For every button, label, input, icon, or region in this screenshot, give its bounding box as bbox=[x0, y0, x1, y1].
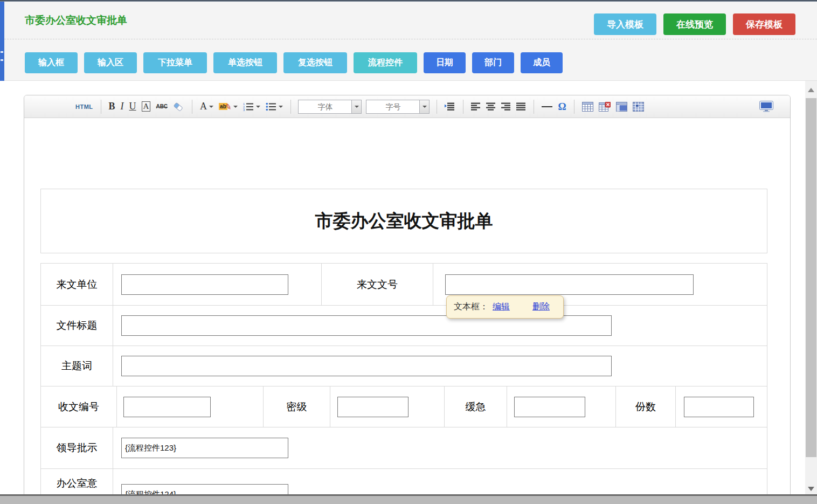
fullscreen-button[interactable] bbox=[759, 101, 773, 112]
align-center-icon bbox=[486, 102, 496, 111]
scroll-up-button[interactable] bbox=[805, 84, 817, 96]
window-bottom-edge bbox=[0, 494, 817, 504]
cell-properties-button[interactable] bbox=[633, 102, 644, 112]
control-button-input-area[interactable]: 输入区 bbox=[84, 52, 137, 73]
italic-button[interactable]: I bbox=[121, 101, 124, 112]
ordered-list-button[interactable]: 123 bbox=[243, 102, 260, 111]
rich-text-editor: HTML B I U A ABC A ab✎ 123 字体 bbox=[24, 95, 791, 504]
underline-button[interactable]: U bbox=[129, 101, 136, 112]
align-left-button[interactable] bbox=[471, 102, 481, 111]
highlight-button[interactable]: ab✎ bbox=[219, 102, 238, 111]
toolbar-separator bbox=[192, 100, 192, 114]
delete-link[interactable]: 删除 bbox=[532, 301, 550, 313]
editor-canvas[interactable]: 市委办公室收文审批单 来文单位 来文文号 文件标题 主题词 bbox=[24, 119, 790, 503]
tooltip-label: 文本框： bbox=[454, 301, 488, 313]
table-row: 领导批示 bbox=[41, 427, 767, 469]
form-label-security-level: 密级 bbox=[264, 386, 330, 427]
table-row: 来文单位 来文文号 bbox=[41, 264, 767, 306]
input-leader-comments[interactable] bbox=[121, 438, 288, 458]
edit-link[interactable]: 编辑 bbox=[493, 301, 510, 313]
page-title: 市委办公室收文审批单 bbox=[25, 2, 127, 39]
import-template-button[interactable]: 导入模板 bbox=[594, 13, 656, 35]
header-panel: 市委办公室收文审批单 导入模板 在线预览 保存模板 输入框 输入区 下拉菜单 单… bbox=[4, 2, 817, 81]
control-button-department[interactable]: 部门 bbox=[472, 52, 514, 73]
indent-icon bbox=[445, 102, 455, 111]
align-left-icon bbox=[471, 102, 481, 111]
chevron-down-icon bbox=[423, 106, 427, 110]
input-receipt-number[interactable] bbox=[123, 397, 211, 417]
horizontal-rule-button[interactable] bbox=[542, 106, 552, 107]
control-button-input-box[interactable]: 输入框 bbox=[25, 52, 78, 73]
eraser-button[interactable] bbox=[173, 101, 184, 112]
insert-table-button[interactable] bbox=[582, 102, 593, 112]
font-family-select[interactable]: 字体 bbox=[298, 100, 362, 114]
table-cell bbox=[113, 427, 767, 468]
scroll-down-button[interactable] bbox=[805, 485, 817, 493]
table-properties-button[interactable] bbox=[616, 102, 627, 112]
chevron-down-icon bbox=[256, 106, 260, 110]
input-copies[interactable] bbox=[684, 397, 754, 417]
scroll-down-icon bbox=[808, 487, 814, 494]
chevron-down-icon bbox=[233, 106, 238, 110]
control-button-checkbox[interactable]: 复选按钮 bbox=[283, 52, 347, 73]
page: 市委办公室收文审批单 导入模板 在线预览 保存模板 输入框 输入区 下拉菜单 单… bbox=[0, 0, 817, 504]
background-window-detail bbox=[1, 51, 3, 53]
toolbar-separator bbox=[534, 100, 534, 114]
pencil-icon: ✎ bbox=[224, 102, 232, 112]
strikethrough-button[interactable]: ABC bbox=[156, 103, 168, 109]
online-preview-button[interactable]: 在线预览 bbox=[663, 13, 726, 35]
html-source-button[interactable]: HTML bbox=[75, 103, 93, 110]
align-right-button[interactable] bbox=[501, 102, 511, 111]
ordered-list-icon: 123 bbox=[243, 102, 254, 111]
form-label-source-unit: 来文单位 bbox=[41, 264, 113, 305]
cell-properties-icon bbox=[633, 102, 644, 112]
bold-button[interactable]: B bbox=[109, 101, 115, 112]
table-cell bbox=[113, 306, 767, 346]
align-center-button[interactable] bbox=[486, 102, 496, 111]
form-label-keywords: 主题词 bbox=[41, 346, 113, 386]
table-cell bbox=[113, 264, 322, 305]
control-button-member[interactable]: 成员 bbox=[521, 52, 563, 73]
justify-button[interactable] bbox=[516, 102, 526, 111]
delete-table-button[interactable] bbox=[599, 102, 611, 112]
input-urgency[interactable] bbox=[514, 397, 585, 417]
font-size-select[interactable]: 字号 bbox=[366, 100, 430, 114]
indent-button[interactable] bbox=[445, 102, 455, 111]
font-color-button[interactable]: A bbox=[200, 101, 213, 112]
scrollbar-thumb[interactable] bbox=[806, 98, 816, 457]
table-row: 主题词 bbox=[41, 346, 767, 386]
chevron-down-icon bbox=[209, 106, 213, 110]
font-size-dropdown-button[interactable] bbox=[419, 100, 429, 113]
input-keywords[interactable] bbox=[121, 356, 612, 376]
boxed-text-button[interactable]: A bbox=[142, 101, 151, 112]
form-table: 来文单位 来文文号 文件标题 主题词 收文编号 bbox=[40, 263, 767, 504]
table-row: 文件标题 bbox=[41, 306, 767, 346]
input-doc-number[interactable] bbox=[445, 274, 694, 295]
input-source-unit[interactable] bbox=[121, 274, 288, 295]
document-title: 市委办公室收文审批单 bbox=[315, 209, 493, 233]
justify-icon bbox=[516, 102, 526, 111]
control-button-date[interactable]: 日期 bbox=[424, 52, 466, 73]
align-right-icon bbox=[501, 102, 511, 111]
control-button-dropdown[interactable]: 下拉菜单 bbox=[143, 52, 207, 73]
form-label-doc-number: 来文文号 bbox=[322, 264, 433, 305]
form-label-leader-comments: 领导批示 bbox=[41, 427, 113, 468]
horizontal-rule-icon bbox=[542, 106, 552, 107]
toolbar-separator bbox=[101, 100, 101, 114]
input-security-level[interactable] bbox=[337, 397, 408, 417]
unordered-list-button[interactable] bbox=[266, 102, 283, 111]
control-button-flow-control[interactable]: 流程控件 bbox=[354, 52, 417, 73]
svg-text:3: 3 bbox=[243, 108, 245, 111]
special-char-button[interactable]: Ω bbox=[558, 101, 566, 113]
field-control-buttons: 输入框 输入区 下拉菜单 单选按钮 复选按钮 流程控件 日期 部门 成员 bbox=[25, 52, 563, 73]
unordered-list-icon bbox=[266, 102, 276, 111]
table-cell bbox=[330, 386, 445, 427]
form-label-urgency: 缓急 bbox=[445, 386, 507, 427]
table-cell bbox=[507, 386, 616, 427]
template-actions: 导入模板 在线预览 保存模板 bbox=[594, 13, 795, 35]
font-family-dropdown-button[interactable] bbox=[351, 100, 361, 113]
control-button-radio[interactable]: 单选按钮 bbox=[213, 52, 277, 73]
save-template-button[interactable]: 保存模板 bbox=[733, 13, 795, 35]
header-title-row: 市委办公室收文审批单 导入模板 在线预览 保存模板 bbox=[4, 2, 817, 39]
background-window-strip bbox=[0, 1, 4, 81]
